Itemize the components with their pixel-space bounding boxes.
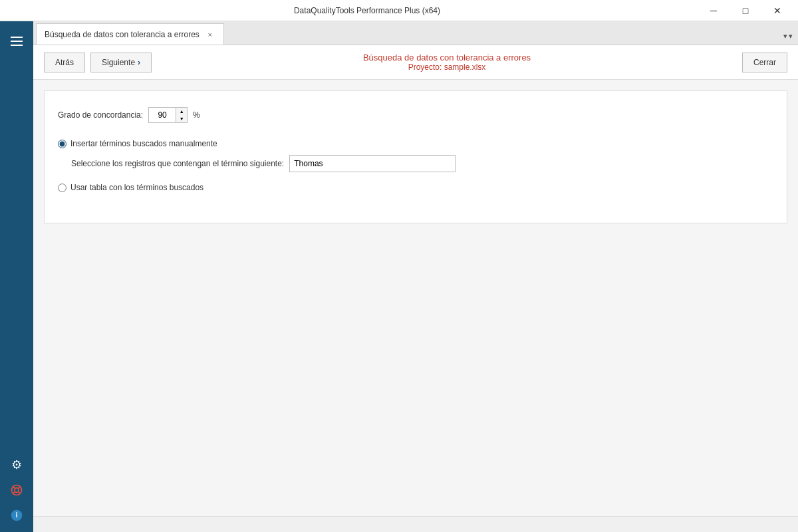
main-tab[interactable]: Búsqueda de datos con tolerancia a error…	[36, 23, 224, 45]
back-button[interactable]: Atrás	[44, 53, 85, 72]
radio-manual-option: Insertar términos buscados manualmente S…	[58, 139, 773, 172]
svg-line-3	[19, 487, 20, 488]
next-label: Siguiente	[102, 58, 135, 67]
spinner-buttons: ▲ ▼	[176, 108, 187, 122]
svg-point-1	[15, 488, 19, 493]
concordance-input[interactable]	[149, 108, 176, 122]
sidebar-top	[0, 21, 33, 61]
percent-label: %	[193, 110, 200, 120]
svg-line-5	[13, 492, 15, 493]
spinner-up-button[interactable]: ▲	[176, 108, 187, 115]
next-arrow-icon: ›	[138, 58, 140, 67]
radio-table-label[interactable]: Usar tabla con los términos buscados	[58, 183, 773, 192]
toolbar-right: Cerrar	[742, 53, 787, 72]
search-term-label: Seleccione los registros que contengan e…	[71, 159, 284, 168]
window-title: DataQualityTools Performance Plus (x64)	[36, 6, 698, 15]
close-button[interactable]: Cerrar	[742, 53, 787, 72]
title-bar: DataQualityTools Performance Plus (x64) …	[0, 0, 798, 21]
next-button[interactable]: Siguiente ›	[90, 53, 152, 72]
toolbar-center: Búsqueda de datos con tolerancia a error…	[152, 53, 742, 72]
minimize-button[interactable]: ─	[698, 0, 729, 21]
search-term-row: Seleccione los registros que contengan e…	[71, 155, 773, 172]
concordance-label: Grado de concordancia:	[58, 110, 143, 120]
lifering-icon[interactable]	[7, 480, 27, 500]
toolbar-left: Atrás Siguiente ›	[44, 53, 152, 72]
bottom-bar	[33, 516, 798, 532]
tab-label: Búsqueda de datos con tolerancia a error…	[45, 30, 200, 39]
tab-bar: Búsqueda de datos con tolerancia a error…	[33, 21, 798, 45]
radio-manual-input[interactable]	[58, 140, 66, 148]
title-controls: ─ □ ✕	[698, 0, 793, 21]
concordance-spinner: ▲ ▼	[148, 107, 188, 123]
toolbar: Atrás Siguiente › Búsqueda de datos con …	[33, 45, 798, 80]
gear-icon[interactable]: ⚙	[7, 455, 27, 475]
radio-manual-label[interactable]: Insertar términos buscados manualmente	[58, 139, 773, 148]
hamburger-icon	[11, 37, 23, 46]
toolbar-title: Búsqueda de datos con tolerancia a error…	[152, 53, 742, 63]
toolbar-subtitle: Proyecto: sample.xlsx	[152, 63, 742, 72]
tab-close-button[interactable]: ×	[205, 29, 215, 40]
content-area: Búsqueda de datos con tolerancia a error…	[33, 21, 798, 532]
radio-manual-content: Seleccione los registros que contengan e…	[71, 155, 773, 172]
sidebar: ⚙ i	[0, 21, 33, 532]
wizard-content: Grado de concordancia: ▲ ▼ % Insertar	[33, 80, 798, 516]
spinner-down-button[interactable]: ▼	[176, 115, 187, 122]
svg-line-2	[13, 487, 15, 488]
concordance-row: Grado de concordancia: ▲ ▼ %	[58, 107, 773, 123]
tab-bar-right: ▾ ▾	[781, 31, 798, 45]
main-layout: ⚙ i	[0, 21, 798, 532]
close-window-button[interactable]: ✕	[762, 0, 793, 21]
radio-manual-text: Insertar términos buscados manualmente	[70, 139, 217, 148]
sidebar-bottom: ⚙ i	[0, 455, 33, 532]
info-icon[interactable]: i	[7, 505, 27, 525]
svg-line-4	[19, 492, 20, 493]
radio-table-text: Usar tabla con los términos buscados	[70, 183, 203, 192]
svg-text:i: i	[15, 511, 17, 519]
wizard-panel: Grado de concordancia: ▲ ▼ % Insertar	[44, 90, 787, 223]
radio-table-option: Usar tabla con los términos buscados	[58, 183, 773, 192]
radio-table-input[interactable]	[58, 184, 66, 192]
search-term-input[interactable]	[289, 155, 456, 172]
tab-dropdown-button[interactable]: ▾ ▾	[781, 31, 795, 42]
sidebar-menu-button[interactable]	[0, 28, 33, 55]
maximize-button[interactable]: □	[730, 0, 761, 21]
